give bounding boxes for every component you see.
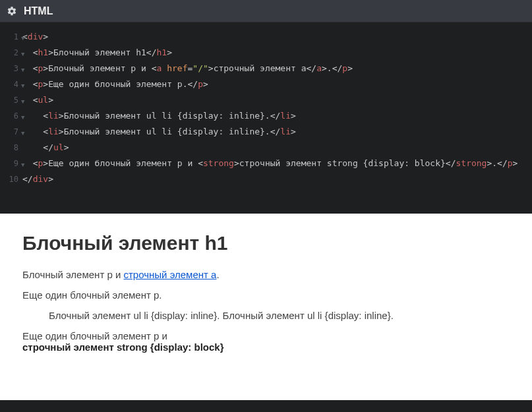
text: .: [216, 269, 219, 280]
preview-pane: Блочный элемент h1 Блочный элемент p и с…: [0, 214, 532, 400]
line-number: 7▼: [0, 124, 22, 140]
line-number: 9▼: [0, 156, 22, 171]
code-content[interactable]: <ul>: [22, 92, 53, 108]
code-line[interactable]: 1▼<div>: [0, 29, 532, 45]
code-line[interactable]: 8 </ul>: [0, 140, 532, 156]
code-line[interactable]: 4▼ <p>Еще один блочный элемент p.</p>: [0, 76, 532, 92]
panel-header: HTML: [0, 0, 532, 22]
code-content[interactable]: <h1>Блочный элемент h1</h1>: [22, 45, 172, 61]
code-content[interactable]: <p>Еще один блочный элемент p и <strong>…: [22, 156, 517, 171]
preview-inline-list: Блочный элемент ul li {display: inline}.…: [49, 310, 510, 321]
code-content[interactable]: <p>Блочный элемент p и <a href="/">строч…: [22, 61, 353, 76]
code-line[interactable]: 9▼ <p>Еще один блочный элемент p и <stro…: [0, 156, 532, 171]
fold-arrow-icon[interactable]: ▼: [21, 125, 24, 141]
line-number: 5▼: [0, 92, 22, 108]
fold-arrow-icon[interactable]: ▼: [21, 46, 24, 62]
line-number: 10: [0, 171, 22, 187]
fold-arrow-icon[interactable]: ▼: [21, 78, 24, 94]
preview-heading: Блочный элемент h1: [22, 232, 510, 254]
preview-paragraph-2: Еще один блочный элемент p.: [22, 289, 510, 301]
code-line[interactable]: 5▼ <ul>: [0, 92, 532, 108]
list-item: Блочный элемент ul li {display: inline}.: [49, 310, 220, 321]
fold-arrow-icon[interactable]: ▼: [21, 62, 24, 78]
fold-arrow-icon[interactable]: ▼: [21, 109, 24, 125]
line-number: 6▼: [0, 108, 22, 124]
code-line[interactable]: 10</div>: [0, 171, 532, 187]
code-line[interactable]: 6▼ <li>Блочный элемент ul li {display: i…: [0, 108, 532, 124]
code-content[interactable]: <div>: [22, 29, 48, 45]
code-line[interactable]: 7▼ <li>Блочный элемент ul li {display: i…: [0, 124, 532, 140]
code-content[interactable]: <p>Еще один блочный элемент p.</p>: [22, 76, 208, 92]
preview-paragraph-3: Еще один блочный элемент p и строчный эл…: [22, 330, 510, 353]
line-number: 3▼: [0, 61, 22, 76]
line-number: 1▼: [0, 29, 22, 45]
text: Блочный элемент p и: [22, 269, 124, 280]
fold-arrow-icon[interactable]: ▼: [21, 30, 24, 46]
line-number: 2▼: [0, 45, 22, 61]
list-item: Блочный элемент ul li {display: inline}.: [223, 310, 394, 321]
code-content[interactable]: <li>Блочный элемент ul li {display: inli…: [22, 124, 296, 140]
preview-strong: строчный элемент strong {display: block}: [22, 341, 510, 353]
code-content[interactable]: </div>: [22, 171, 53, 187]
code-line[interactable]: 2▼ <h1>Блочный элемент h1</h1>: [0, 45, 532, 61]
gear-icon[interactable]: [7, 6, 17, 16]
code-content[interactable]: <li>Блочный элемент ul li {display: inli…: [22, 108, 296, 124]
code-content[interactable]: </ul>: [22, 140, 69, 156]
code-editor[interactable]: 1▼<div>2▼ <h1>Блочный элемент h1</h1>3▼ …: [0, 22, 532, 214]
line-number: 8: [0, 140, 22, 156]
fold-arrow-icon[interactable]: ▼: [21, 157, 24, 173]
preview-paragraph-1: Блочный элемент p и строчный элемент a.: [22, 269, 510, 280]
panel-title: HTML: [24, 5, 53, 17]
code-line[interactable]: 3▼ <p>Блочный элемент p и <a href="/">ст…: [0, 61, 532, 76]
fold-arrow-icon[interactable]: ▼: [21, 94, 24, 109]
line-number: 4▼: [0, 76, 22, 92]
text: Еще один блочный элемент p и: [22, 330, 167, 341]
preview-link[interactable]: строчный элемент a: [124, 269, 217, 280]
